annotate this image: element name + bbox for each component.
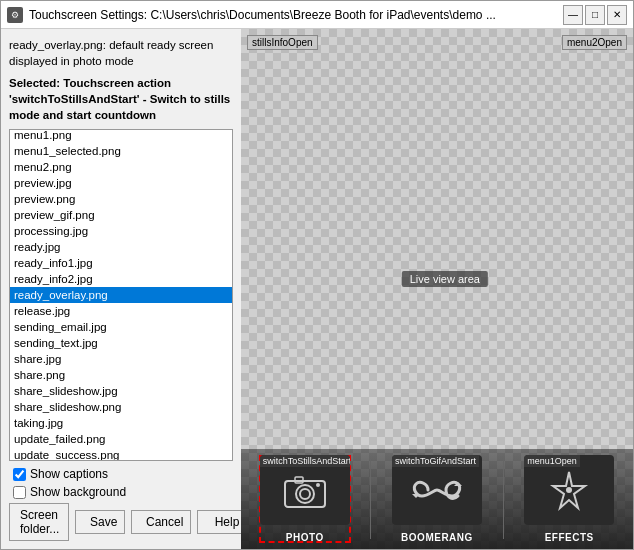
title-bar-text: Touchscreen Settings: C:\Users\chris\Doc… <box>29 8 563 22</box>
preview-label-tr: menu2Open <box>562 35 627 50</box>
file-list-item[interactable]: ready_info2.jpg <box>10 271 232 287</box>
boomerang-btn-img: switchToGifAndStart <box>392 455 482 525</box>
file-list-item[interactable]: preview.jpg <box>10 175 232 191</box>
file-list-item[interactable]: ready_info1.jpg <box>10 255 232 271</box>
right-panel: stillsInfoOpen menu2Open Live view area … <box>241 29 633 549</box>
file-list-item[interactable]: preview_gif.png <box>10 207 232 223</box>
svg-point-8 <box>566 487 572 493</box>
title-bar-buttons: — □ ✕ <box>563 5 627 25</box>
file-list-item[interactable]: share.jpg <box>10 351 232 367</box>
svg-point-1 <box>296 485 314 503</box>
svg-point-2 <box>300 489 310 499</box>
save-button[interactable]: Save <box>75 510 125 534</box>
file-list[interactable]: keyboard_text_lowercase_pressed.pngkeybo… <box>10 130 232 460</box>
file-list-item[interactable]: update_success.png <box>10 447 232 460</box>
show-captions-row: Show captions <box>9 467 233 481</box>
effects-btn-img: menu1Open <box>524 455 614 525</box>
live-view-label: Live view area <box>402 271 488 287</box>
photo-button[interactable]: switchToStillsAndStart PH <box>259 455 351 543</box>
file-list-wrapper: keyboard_text_lowercase_pressed.pngkeybo… <box>10 130 232 460</box>
show-background-label[interactable]: Show background <box>30 485 126 499</box>
photo-overlay-tag: switchToStillsAndStart <box>260 455 350 467</box>
file-list-item[interactable]: menu1.png <box>10 130 232 143</box>
selected-action-label: Selected: Touchscreen action 'switchToSt… <box>9 75 233 123</box>
file-list-item[interactable]: release.jpg <box>10 303 232 319</box>
app-icon: ⚙ <box>7 7 23 23</box>
svg-point-4 <box>316 483 320 487</box>
show-captions-label[interactable]: Show captions <box>30 467 108 481</box>
divider-2 <box>503 459 504 539</box>
file-list-item[interactable]: menu1_selected.png <box>10 143 232 159</box>
file-list-item[interactable]: sending_email.jpg <box>10 319 232 335</box>
file-list-item[interactable]: preview.png <box>10 191 232 207</box>
show-background-row: Show background <box>9 485 233 499</box>
minimize-button[interactable]: — <box>563 5 583 25</box>
file-list-item[interactable]: taking.jpg <box>10 415 232 431</box>
file-list-item[interactable]: share.png <box>10 367 232 383</box>
description-text: ready_overlay.png: default ready screen … <box>9 37 233 69</box>
maximize-button[interactable]: □ <box>585 5 605 25</box>
close-button[interactable]: ✕ <box>607 5 627 25</box>
effects-button[interactable]: menu1Open EFFECTS <box>523 455 615 543</box>
show-captions-checkbox[interactable] <box>13 468 26 481</box>
file-list-container: keyboard_text_lowercase_pressed.pngkeybo… <box>9 129 233 461</box>
show-background-checkbox[interactable] <box>13 486 26 499</box>
file-list-item[interactable]: update_failed.png <box>10 431 232 447</box>
main-content: ready_overlay.png: default ready screen … <box>1 29 633 549</box>
boomerang-overlay-tag: switchToGifAndStart <box>392 455 479 467</box>
bottom-controls: Show captions Show background Screen fol… <box>9 467 233 541</box>
screen-folder-button[interactable]: Screen folder... <box>9 503 69 541</box>
title-bar: ⚙ Touchscreen Settings: C:\Users\chris\D… <box>1 1 633 29</box>
boomerang-button[interactable]: switchToGifAndStart BOOME <box>391 455 483 543</box>
effects-btn-label: EFFECTS <box>545 532 594 543</box>
file-list-item[interactable]: ready_overlay.png <box>10 287 232 303</box>
main-window: ⚙ Touchscreen Settings: C:\Users\chris\D… <box>0 0 634 550</box>
divider-1 <box>370 459 371 539</box>
left-panel: ready_overlay.png: default ready screen … <box>1 29 241 549</box>
photo-btn-label: PHOTO <box>286 532 324 543</box>
preview-label-tl: stillsInfoOpen <box>247 35 318 50</box>
file-list-item[interactable]: ready.jpg <box>10 239 232 255</box>
file-list-item[interactable]: share_slideshow.png <box>10 399 232 415</box>
boomerang-btn-label: BOOMERANG <box>401 532 473 543</box>
photo-btn-img: switchToStillsAndStart <box>260 455 350 525</box>
button-row: Screen folder... Save Cancel Help <box>9 503 233 541</box>
file-list-item[interactable]: sending_text.jpg <box>10 335 232 351</box>
file-list-item[interactable]: processing.jpg <box>10 223 232 239</box>
file-list-item[interactable]: share_slideshow.jpg <box>10 383 232 399</box>
effects-overlay-tag: menu1Open <box>524 455 580 467</box>
file-list-item[interactable]: menu2.png <box>10 159 232 175</box>
cancel-button[interactable]: Cancel <box>131 510 191 534</box>
preview-bottom-bar: switchToStillsAndStart PH <box>241 449 633 549</box>
